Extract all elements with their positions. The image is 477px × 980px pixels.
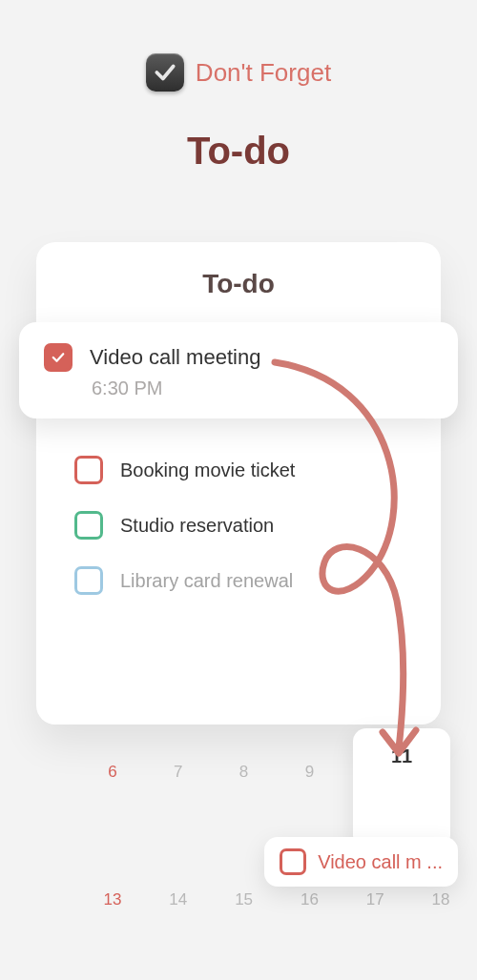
task-label: Video call meeting [90,345,260,370]
checkbox-icon[interactable] [280,848,306,875]
list-item[interactable]: Library card renewal [63,553,414,608]
calendar-event-pill[interactable]: Video call m ... [264,837,458,887]
highlighted-task-card[interactable]: Video call meeting 6:30 PM [19,322,458,419]
task-label: Studio reservation [120,515,274,537]
checkbox-checked-icon[interactable] [44,343,73,372]
app-header: Don't Forget [0,0,477,92]
calendar-day[interactable]: 9 [277,745,342,799]
checkmark-icon [153,60,177,85]
checkbox-icon[interactable] [74,566,103,595]
list-item[interactable]: Booking movie ticket [63,442,414,498]
app-name: Don't Forget [196,58,331,88]
list-item[interactable]: Studio reservation [63,498,414,553]
task-time: 6:30 PM [92,378,433,399]
calendar-day[interactable]: 8 [212,745,277,799]
event-label: Video call m ... [318,851,443,873]
task-label: Booking movie ticket [120,459,295,481]
checkbox-icon[interactable] [74,456,103,484]
calendar-day-highlight[interactable]: 11 [353,728,450,848]
todo-list: Booking movie ticket Studio reservation … [63,442,414,608]
calendar-day[interactable]: 13 [80,873,145,927]
task-label: Library card renewal [120,570,293,592]
calendar-day[interactable]: 7 [146,745,211,799]
day-number: 11 [391,745,412,766]
todo-card-title: To-do [63,269,414,299]
app-icon [146,53,184,92]
todo-card: To-do Booking movie ticket Studio reserv… [36,242,441,725]
page-title: To-do [0,130,477,173]
checkbox-icon[interactable] [74,511,103,540]
calendar-day[interactable]: 14 [146,873,211,927]
calendar-day[interactable]: 6 [80,745,145,799]
